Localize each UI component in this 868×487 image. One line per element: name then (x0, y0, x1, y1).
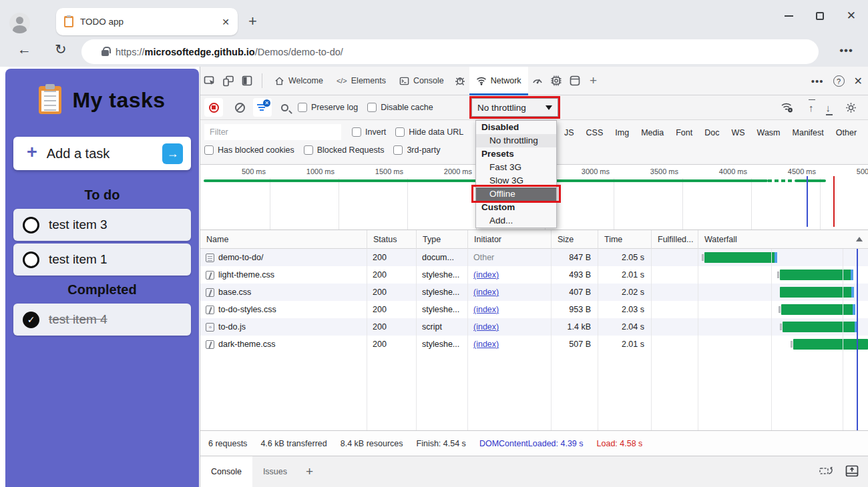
blocked-requests-checkbox[interactable] (304, 145, 313, 155)
sort-ascending-icon[interactable] (856, 237, 863, 241)
task-item[interactable]: ✓test item 4 (13, 304, 191, 336)
has-blocked-cookies-checkbox[interactable] (204, 145, 214, 155)
filter-toggle-icon[interactable]: ✕ (253, 98, 272, 117)
tab-welcome[interactable]: Welcome (268, 67, 330, 95)
tab-elements[interactable]: </> Elements (330, 67, 393, 95)
devtools-help-icon[interactable]: ? (833, 75, 845, 87)
throttling-dropdown[interactable]: No throttling (469, 96, 560, 119)
address-bar[interactable]: https://microsoftedge.github.io/Demos/de… (81, 39, 819, 64)
resource-filter-font[interactable]: Font (676, 128, 692, 137)
initiator-link[interactable]: (index) (473, 305, 499, 314)
tab-network[interactable]: Network (469, 67, 528, 95)
lock-icon[interactable] (101, 50, 109, 56)
network-conditions-icon[interactable] (778, 98, 797, 117)
column-header-initiator[interactable]: Initiator (467, 230, 551, 249)
column-header-waterfall[interactable]: Waterfall (698, 230, 868, 249)
record-network-log-button[interactable] (204, 98, 223, 117)
request-name-cell[interactable]: to-do-styles.css (200, 301, 367, 318)
request-name-cell[interactable]: ‹›to-do.js (200, 318, 367, 336)
browser-settings-menu-icon[interactable]: ••• (839, 44, 853, 57)
add-panel-button[interactable]: + (584, 71, 603, 90)
resource-filter-doc[interactable]: Doc (704, 128, 719, 137)
export-har-icon[interactable]: ↓ (826, 102, 831, 113)
request-name-cell[interactable]: light-theme.css (200, 266, 367, 284)
performance-gauge-icon[interactable] (528, 71, 547, 90)
disable-cache-checkbox[interactable] (367, 103, 377, 112)
add-task-label[interactable]: Add a task (47, 146, 162, 161)
activity-bar-toggle-icon[interactable] (238, 71, 256, 90)
throttling-option-slow-3g[interactable]: Slow 3G (476, 174, 556, 187)
resource-filter-ws[interactable]: WS (731, 128, 744, 137)
task-checkbox-circle[interactable] (23, 217, 39, 233)
table-row[interactable]: light-theme.css200styleshe...(index)493 … (200, 266, 868, 284)
table-row[interactable]: ‹›to-do.js200script(index)1.4 kB2.04 s (200, 318, 868, 336)
request-name-cell[interactable]: demo-to-do/ (200, 249, 367, 266)
column-header-fulfilled[interactable]: Fulfilled... (651, 230, 698, 249)
window-close-button[interactable]: ✕ (847, 12, 856, 20)
tab-console[interactable]: Console (393, 67, 451, 95)
table-row[interactable]: base.css200styleshe...(index)407 B2.02 s (200, 284, 868, 301)
clear-network-log-icon[interactable] (235, 103, 245, 113)
column-header-size[interactable]: Size (551, 230, 598, 249)
third-party-checkbox[interactable] (393, 145, 403, 155)
waterfall-bar[interactable] (704, 252, 777, 263)
waterfall-bar[interactable] (781, 304, 855, 315)
filter-input[interactable] (204, 124, 341, 140)
expand-quick-view-icon[interactable] (845, 465, 859, 479)
bug-icon[interactable] (451, 71, 469, 90)
window-maximize-button[interactable] (816, 12, 824, 20)
inspect-element-icon[interactable] (200, 71, 219, 90)
device-emulation-icon[interactable] (219, 71, 238, 90)
back-button[interactable]: ← (17, 41, 31, 57)
request-name-cell[interactable]: base.css (200, 284, 367, 301)
resource-filter-css[interactable]: CSS (586, 128, 604, 137)
resource-filter-manifest[interactable]: Manifest (793, 128, 824, 137)
new-tab-button[interactable]: + (248, 15, 257, 28)
submit-task-button[interactable]: → (162, 143, 183, 164)
window-minimize-button[interactable] (785, 15, 793, 17)
devtools-close-icon[interactable]: ✕ (854, 75, 863, 87)
devtools-more-menu-icon[interactable]: ••• (811, 75, 824, 87)
search-icon[interactable] (281, 104, 288, 111)
resource-filter-img[interactable]: Img (615, 128, 629, 137)
column-header-type[interactable]: Type (416, 230, 467, 249)
waterfall-bar[interactable] (783, 322, 857, 332)
browser-tab[interactable]: TODO app ✕ (56, 8, 238, 35)
network-settings-gear-icon[interactable] (841, 98, 860, 117)
throttling-option-fast-3g[interactable]: Fast 3G (476, 161, 556, 174)
refresh-button[interactable]: ↻ (55, 41, 67, 57)
throttling-option-add-[interactable]: Add... (476, 214, 556, 227)
resource-filter-other[interactable]: Other (836, 128, 857, 137)
drawer-tab-issues[interactable]: Issues (252, 456, 298, 487)
tab-close-icon[interactable]: ✕ (222, 17, 230, 27)
task-item[interactable]: test item 3 (13, 209, 191, 241)
hide-data-url-checkbox[interactable] (395, 127, 405, 137)
drawer-add-tab-button[interactable]: + (306, 464, 313, 479)
application-panel-icon[interactable] (566, 71, 584, 90)
task-item[interactable]: test item 1 (13, 244, 191, 276)
invert-checkbox[interactable] (352, 127, 361, 137)
profile-avatar[interactable] (9, 13, 30, 33)
resource-filter-wasm[interactable]: Wasm (757, 128, 781, 137)
resource-filter-js[interactable]: JS (564, 128, 574, 137)
task-checkbox-circle[interactable]: ✓ (23, 312, 39, 328)
table-row[interactable]: dark-theme.css200styleshe...(index)507 B… (200, 336, 868, 353)
preserve-log-checkbox[interactable] (298, 103, 307, 112)
drawer-tab-console[interactable]: Console (200, 456, 252, 487)
task-checkbox-circle[interactable] (23, 252, 39, 268)
column-header-time[interactable]: Time (598, 230, 651, 249)
initiator-link[interactable]: (index) (473, 340, 499, 349)
table-row[interactable]: demo-to-do/200docum...Other847 B2.05 s (200, 249, 868, 266)
initiator-link[interactable]: (index) (473, 288, 499, 297)
table-row[interactable]: to-do-styles.css200styleshe...(index)953… (200, 301, 868, 318)
request-name-cell[interactable]: dark-theme.css (200, 336, 367, 353)
throttling-option-no-throttling[interactable]: No throttling (476, 134, 556, 147)
column-header-status[interactable]: Status (367, 230, 416, 249)
resource-filter-media[interactable]: Media (641, 128, 664, 137)
add-task-card[interactable]: + Add a task → (13, 137, 191, 170)
memory-chip-icon[interactable] (547, 71, 566, 90)
column-header-name[interactable]: Name (200, 230, 367, 249)
throttling-option-offline[interactable]: Offline (476, 187, 556, 201)
initiator-link[interactable]: (index) (473, 270, 499, 280)
import-har-icon[interactable]: ↑ (809, 102, 814, 113)
